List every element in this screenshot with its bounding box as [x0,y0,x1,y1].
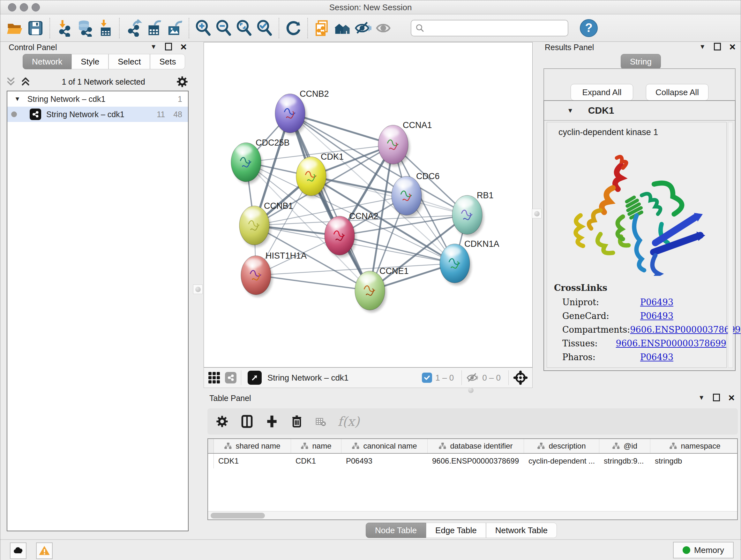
column-header-namespace[interactable]: namespace [650,439,738,453]
import-network-button[interactable] [54,18,74,38]
network-grid-view-icon[interactable] [208,372,220,383]
panel-float-button[interactable] [713,394,720,401]
tab-network[interactable]: Network [23,54,71,69]
tab-select[interactable]: Select [109,54,150,69]
detach-view-icon[interactable] [248,371,262,385]
bottom-splitter-handle[interactable] [467,386,475,394]
birds-eye-view-icon[interactable] [513,370,528,385]
node-ccna2[interactable] [325,216,356,257]
network-list-header: 1 of 1 Network selected [5,73,189,90]
node-count: 11 [157,110,165,119]
memory-button[interactable]: Memory [673,542,734,558]
panel-float-button[interactable] [165,43,172,51]
export-table-button[interactable] [144,18,164,38]
expand-all-icon[interactable] [20,76,31,87]
crosslink-link[interactable]: 9606.ENSP00000378699 [630,325,740,334]
crosslink-label: Compartments: [562,325,630,334]
panel-menu-caret[interactable]: ▼ [698,394,704,401]
column-header-shared-name[interactable]: shared name [214,439,291,453]
column-header-name[interactable]: name [291,439,341,453]
column-header-@id[interactable]: @id [599,439,650,453]
collapse-caret[interactable]: ▼ [567,107,574,114]
search-input[interactable] [427,22,564,35]
network-status-dot [11,111,17,117]
show-all-button[interactable] [373,18,394,38]
protein-structure-image [562,142,712,276]
zoom-selected-button[interactable] [254,18,275,38]
control-panel-tabs: NetworkStyleSelectSets [23,54,185,69]
open-session-button[interactable] [5,18,25,38]
column-header-database-identifier[interactable]: database identifier [428,439,524,453]
zoom-fit-button[interactable] [234,18,254,38]
tab-network-table[interactable]: Network Table [486,523,557,538]
column-header-description[interactable]: description [524,439,599,453]
panel-menu-caret[interactable]: ▼ [150,43,157,51]
crosslink-link[interactable]: P06493 [640,311,673,321]
crosslink-link[interactable]: P06493 [640,352,673,362]
panel-float-button[interactable] [714,43,721,51]
node-rb1[interactable] [452,195,484,237]
node-hist1h1a[interactable] [241,256,273,297]
network-collection-row[interactable]: ▼ String Network – cdk1 1 [7,91,188,107]
network-row[interactable]: String Network – cdk1 11 48 [7,107,188,122]
column-header-canonical-name[interactable]: canonical name [341,439,428,453]
tab-node-table[interactable]: Node Table [366,523,426,538]
crosslink-link[interactable]: P06493 [640,297,673,307]
window-title: Session: New Session [0,3,741,12]
results-scrollbar[interactable] [728,122,733,368]
zoom-in-button[interactable] [193,18,213,38]
refresh-button[interactable] [283,18,304,38]
warning-button[interactable] [36,543,53,559]
zoom-out-button[interactable] [213,18,234,38]
export-image-button[interactable] [164,18,185,38]
network-canvas[interactable]: CCNB2CCNA1CDC25BCDK1CDC6RB1CCNB1CCNA2CDK… [204,42,533,368]
export-network-button[interactable] [124,18,144,38]
duplicate-network-button[interactable] [312,18,332,38]
toolbar-separator [279,18,279,38]
expand-all-button[interactable]: Expand All [570,84,633,101]
save-session-button[interactable] [25,18,46,38]
node-cdk1[interactable] [296,157,328,198]
hide-selected-button[interactable] [353,18,373,38]
help-button[interactable]: ? [580,19,598,37]
table-horizontal-scrollbar[interactable] [208,511,737,519]
left-splitter-handle[interactable] [193,285,203,294]
edge-ccnb2-ccne1[interactable] [290,113,370,291]
tab-string[interactable]: String [621,54,661,69]
delete-column-trash-icon[interactable] [290,415,304,428]
import-network-from-database-button[interactable] [74,18,95,38]
tree-expand-caret[interactable]: ▼ [14,96,20,103]
collapse-all-button[interactable]: Collapse All [646,84,709,101]
import-table-button[interactable] [95,18,115,38]
scrollbar-thumb[interactable] [211,513,265,518]
network-options-gear-icon[interactable] [176,75,189,88]
tab-sets[interactable]: Sets [150,54,185,69]
node-ccnb1[interactable] [239,206,271,247]
node-ccnb2[interactable] [275,94,307,135]
panel-close-button[interactable]: × [180,43,187,51]
panel-close-button[interactable]: × [729,43,736,51]
tab-style[interactable]: Style [71,54,109,69]
protein-header[interactable]: ▼ CDK1 [544,101,735,121]
add-column-icon[interactable] [265,415,279,428]
show-columns-icon[interactable] [240,415,254,428]
node-cdc6[interactable] [392,176,423,217]
collapse-all-icon[interactable] [5,76,16,87]
string-view-icon[interactable] [225,372,237,383]
tab-edge-table[interactable]: Edge Table [426,523,486,538]
first-neighbors-button[interactable] [332,18,353,38]
crosslink-link[interactable]: 9606.ENSP00000378699 [616,338,726,348]
crosslink-row: Tissues:9606.ENSP00000378699 [562,338,726,348]
table-row[interactable]: CDK1CDK1P064939606.ENSP00000378699cyclin… [208,454,737,469]
node-cdkn1a[interactable] [440,244,471,285]
selected-checkbox[interactable] [422,373,432,383]
node-ccne1[interactable] [355,271,387,312]
table-options-gear-icon[interactable] [215,415,229,428]
edge-hist1h1a-ccne1[interactable] [256,275,370,291]
node-table[interactable]: shared namenamecanonical namedatabase id… [207,438,738,520]
edge-cdk1-rb1[interactable] [311,176,467,215]
panel-menu-caret[interactable]: ▼ [699,43,705,51]
crosslinks-section: CrossLinks Uniprot:P06493GeneCard:P06493… [554,283,726,362]
cloud-button[interactable] [10,543,26,559]
panel-close-button[interactable]: × [728,394,735,401]
